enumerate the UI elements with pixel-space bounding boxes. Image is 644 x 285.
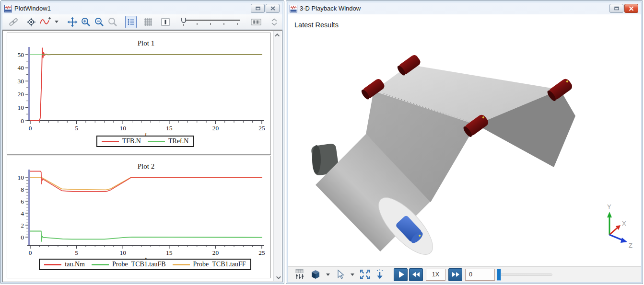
- zoom-fit-icon[interactable]: [107, 16, 118, 28]
- close-button[interactable]: [624, 4, 638, 13]
- svg-text:25: 25: [258, 249, 265, 256]
- plot1-legend: TFB.NTRef.N: [7, 136, 270, 147]
- svg-text:Plot 2: Plot 2: [138, 162, 154, 170]
- legend-label: tau.Nm: [65, 261, 85, 268]
- svg-text:0: 0: [29, 249, 32, 256]
- legend-label: Probe_TCB1.tauFB: [112, 261, 166, 268]
- legend-item: TRef.N: [148, 137, 188, 145]
- svg-text:2: 2: [21, 222, 24, 229]
- legend-line-sample: [92, 264, 109, 265]
- svg-text:20: 20: [212, 249, 219, 256]
- probe-line-icon[interactable]: [160, 16, 171, 28]
- play-icon: [399, 271, 404, 278]
- pan-icon[interactable]: [67, 16, 78, 28]
- chevron-up-icon: [275, 33, 280, 38]
- plot-window: PlotWindow1: [0, 0, 284, 284]
- scroll-down-button[interactable]: [274, 274, 281, 281]
- svg-text:15: 15: [166, 125, 173, 132]
- conveyor-3d-model: Y X Z: [288, 14, 641, 264]
- point-probe-icon[interactable]: [26, 16, 36, 28]
- playback-slider[interactable]: [497, 268, 554, 281]
- drop-model-icon[interactable]: [375, 268, 385, 281]
- time-slider[interactable]: [178, 16, 243, 28]
- plot2-panel: Plot 205101520250246810t tau.NmProbe_TCB…: [7, 156, 271, 278]
- results-label: Latest Results: [294, 21, 339, 29]
- restore-button[interactable]: [251, 4, 265, 13]
- svg-text:4: 4: [21, 210, 24, 217]
- legend-line-sample: [173, 264, 190, 265]
- fit-view-icon[interactable]: [359, 268, 371, 281]
- playback-toolbar: 1X 0: [288, 266, 641, 282]
- axis-triad: Y X Z: [607, 203, 632, 249]
- svg-text:10: 10: [119, 125, 126, 132]
- svg-text:10: 10: [18, 174, 24, 181]
- plot-toolbar: [2, 14, 282, 30]
- svg-text:50: 50: [18, 51, 24, 58]
- legend-item: tau.Nm: [44, 261, 85, 268]
- svg-text:Plot 1: Plot 1: [138, 39, 154, 47]
- maplesim-plot-icon: [290, 5, 297, 12]
- view-dropdown-caret[interactable]: [326, 274, 330, 276]
- playback-window-title: 3-D Playback Window: [300, 5, 609, 12]
- svg-text:0: 0: [21, 117, 24, 125]
- plot-window-title: PlotWindow1: [14, 5, 251, 12]
- svg-text:10: 10: [18, 104, 24, 111]
- legend-item: Probe_TCB1.tauFB: [92, 261, 166, 268]
- legend-label: Probe_TCB1.tauFF: [193, 261, 246, 268]
- add-curve-icon[interactable]: [39, 16, 51, 28]
- grid-icon[interactable]: [143, 16, 153, 28]
- time-display[interactable]: 0: [465, 269, 495, 281]
- scroll-up-button[interactable]: [274, 31, 281, 39]
- restore-button[interactable]: [609, 4, 623, 13]
- view-cube-icon[interactable]: [310, 268, 321, 281]
- svg-text:0: 0: [21, 234, 24, 241]
- link-icon[interactable]: [8, 16, 19, 28]
- legend-item: TFB.N: [102, 137, 141, 145]
- legend-line-sample: [44, 264, 61, 265]
- probe-plot-icon[interactable]: [294, 268, 306, 281]
- rewind-icon: [412, 272, 416, 277]
- plot-content-area: Plot 1051015202501020304050t TFB.NTRef.N…: [2, 30, 282, 282]
- axis-x-label: X: [622, 220, 626, 227]
- svg-text:20: 20: [18, 91, 24, 98]
- svg-text:20: 20: [212, 125, 219, 132]
- forward-button[interactable]: [448, 268, 462, 281]
- vertical-scrollbar[interactable]: [273, 31, 281, 281]
- svg-text:15: 15: [166, 249, 173, 256]
- svg-text:5: 5: [75, 125, 78, 132]
- rewind-button[interactable]: [409, 268, 423, 281]
- select-cursor-icon[interactable]: [335, 268, 345, 281]
- plot2-legend: tau.NmProbe_TCB1.tauFBProbe_TCB1.tauFF: [7, 259, 270, 270]
- legend-line-sample: [102, 141, 119, 142]
- restore-icon: [614, 6, 619, 11]
- barcode-icon[interactable]: [250, 16, 262, 28]
- playback-slider-handle[interactable]: [497, 269, 501, 281]
- zoom-out-icon[interactable]: [94, 16, 105, 28]
- collapse-icon[interactable]: [269, 16, 280, 28]
- svg-text:8: 8: [21, 186, 24, 193]
- axis-z-label: Z: [629, 242, 632, 249]
- chevron-down-icon: [276, 274, 281, 279]
- plot1-panel: Plot 1051015202501020304050t TFB.NTRef.N: [7, 33, 271, 155]
- plot-window-titlebar[interactable]: PlotWindow1: [2, 2, 282, 14]
- svg-text:10: 10: [119, 249, 126, 256]
- restore-icon: [256, 6, 260, 11]
- svg-text:6: 6: [21, 198, 24, 205]
- play-button[interactable]: [394, 268, 408, 281]
- cursor-dropdown-caret[interactable]: [351, 274, 354, 276]
- svg-text:25: 25: [258, 125, 265, 132]
- playback-window-titlebar[interactable]: 3-D Playback Window: [288, 2, 641, 14]
- 3d-viewport[interactable]: Latest Results: [288, 14, 641, 266]
- close-button[interactable]: [266, 4, 280, 13]
- legend-toggle-icon[interactable]: [125, 16, 137, 28]
- speed-display[interactable]: 1X: [426, 269, 445, 281]
- axis-y-label: Y: [607, 203, 611, 210]
- close-icon: [629, 6, 634, 11]
- legend-label: TFB.N: [122, 137, 141, 145]
- legend-label: TRef.N: [168, 137, 188, 145]
- maplesim-plot-icon: [4, 5, 12, 12]
- close-icon: [270, 6, 275, 11]
- zoom-in-icon[interactable]: [81, 16, 91, 28]
- playback-slider-track[interactable]: [499, 274, 552, 276]
- add-curve-dropdown-caret[interactable]: [55, 21, 59, 23]
